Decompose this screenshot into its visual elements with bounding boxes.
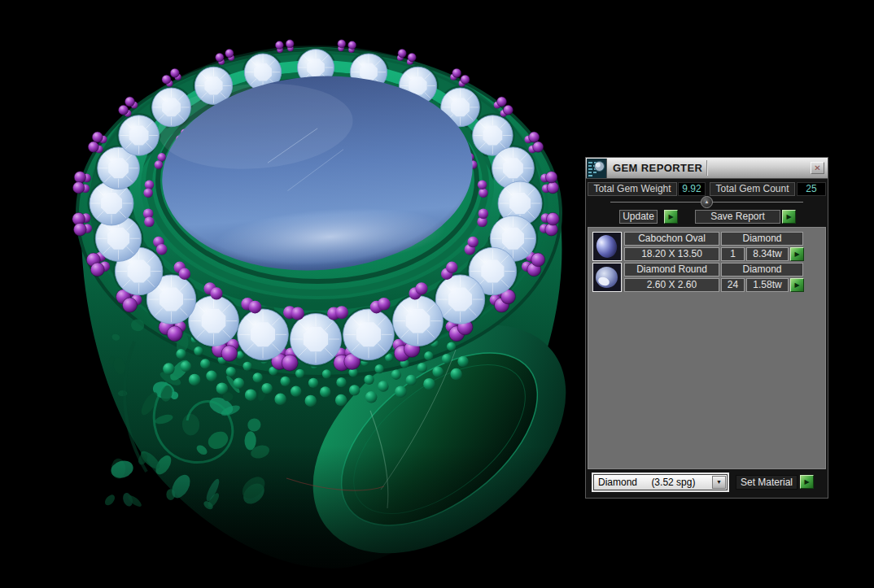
gem-size: 2.60 X 2.60	[624, 278, 719, 292]
total-gem-count-label: Total Gem Count	[710, 182, 795, 196]
gem-weight: 1.58tw	[746, 278, 789, 292]
gem-row-cabochon-oval[interactable]: Cabochon Oval Diamond 18.20 X 13.50 1 8.…	[592, 232, 803, 261]
gem-name: Diamond Round	[624, 263, 719, 277]
set-material-run-icon[interactable]: ▶	[800, 475, 814, 489]
set-material-button[interactable]: Set Material	[736, 475, 798, 490]
gem-material: Diamond	[721, 232, 803, 246]
total-gem-weight-label: Total Gem Weight	[588, 182, 677, 196]
total-gem-weight-value: 9.92	[678, 182, 706, 196]
bottom-shadow-fade	[41, 446, 610, 588]
oval-gem-icon	[593, 233, 619, 260]
gem-row-diamond-round[interactable]: Diamond Round Diamond 2.60 X 2.60 24 1.5…	[592, 263, 803, 292]
material-dropdown[interactable]: Diamond (3.52 spg) ▼	[593, 474, 728, 490]
update-button[interactable]: Update	[619, 210, 658, 224]
material-dropdown-selected: Diamond	[598, 477, 637, 488]
window-titlebar[interactable]: GEM REPORTER ✕	[586, 158, 828, 179]
total-gem-count-value: 25	[797, 182, 826, 196]
save-report-run-icon[interactable]: ▶	[782, 210, 796, 224]
chevron-down-icon[interactable]: ▼	[712, 476, 726, 489]
close-icon[interactable]: ✕	[811, 162, 824, 174]
material-dropdown-density: (3.52 spg)	[651, 477, 695, 488]
gem-weight: 8.34tw	[746, 247, 789, 261]
collapse-arrow-icon[interactable]: ▲	[701, 196, 713, 208]
gem-thumbnail-round[interactable]	[592, 263, 622, 292]
save-report-button[interactable]: Save Report	[695, 210, 780, 224]
gem-material: Diamond	[721, 263, 803, 277]
gem-size: 18.20 X 13.50	[624, 247, 719, 261]
gem-row-run-icon[interactable]: ▶	[790, 247, 804, 261]
round-gem-icon	[596, 267, 618, 288]
gem-thumbnail-oval[interactable]	[592, 232, 622, 261]
window-title: GEM REPORTER	[613, 158, 702, 178]
update-run-icon[interactable]: ▶	[664, 210, 678, 224]
gem-row-run-icon[interactable]: ▶	[790, 278, 804, 292]
gem-name: Cabochon Oval	[624, 232, 719, 246]
gem-reporter-window: GEM REPORTER ✕ Total Gem Weight 9.92 Tot…	[585, 157, 828, 499]
titlebar-divider	[706, 160, 707, 176]
gem-count: 1	[721, 247, 745, 261]
gem-report-icon	[587, 159, 607, 178]
gem-list-area: Cabochon Oval Diamond 18.20 X 13.50 1 8.…	[588, 227, 826, 469]
gem-count: 24	[721, 278, 745, 292]
